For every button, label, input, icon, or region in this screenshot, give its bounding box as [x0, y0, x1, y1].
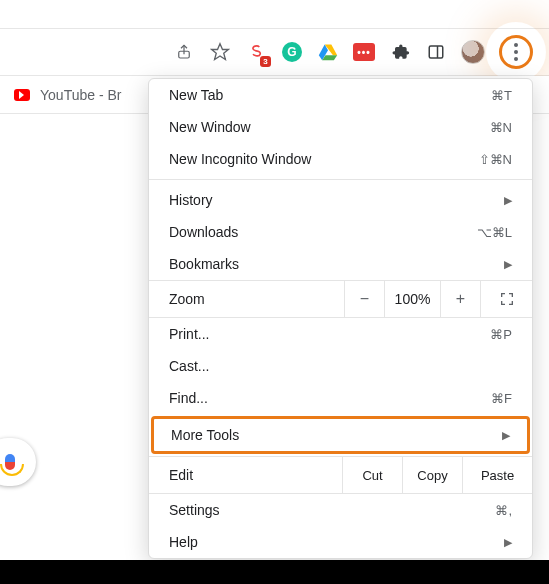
edit-cut-button[interactable]: Cut [342, 457, 402, 493]
menu-item-shortcut: ⌘N [490, 120, 512, 135]
svg-rect-5 [429, 46, 443, 58]
chevron-right-icon: ▶ [504, 536, 512, 549]
chevron-right-icon: ▶ [504, 258, 512, 271]
menu-item-shortcut: ⌘, [495, 503, 512, 518]
menu-item-label: Cast... [169, 358, 512, 374]
chevron-right-icon: ▶ [504, 194, 512, 207]
menu-history[interactable]: History ▶ [149, 184, 532, 216]
microphone-icon [5, 454, 15, 470]
extension-drive-icon[interactable] [317, 41, 339, 63]
fullscreen-icon [499, 291, 515, 307]
menu-edit-row: Edit Cut Copy Paste [149, 456, 532, 494]
menu-downloads[interactable]: Downloads ⌥⌘L [149, 216, 532, 248]
menu-item-shortcut: ⌘P [490, 327, 512, 342]
kebab-icon [514, 43, 518, 61]
menu-item-label: Downloads [169, 224, 477, 240]
menu-help[interactable]: Help ▶ [149, 526, 532, 558]
menu-new-window[interactable]: New Window ⌘N [149, 111, 532, 143]
menu-zoom-row: Zoom − 100% + [149, 280, 532, 318]
edit-copy-button[interactable]: Copy [402, 457, 462, 493]
menu-separator [149, 179, 532, 180]
bookmark-item[interactable]: YouTube - Br [40, 87, 121, 103]
menu-item-label: Find... [169, 390, 491, 406]
extension-badge: 3 [260, 56, 271, 67]
browser-toolbar: 3 G ••• [0, 28, 549, 76]
extension-grammarly-icon[interactable]: G [281, 41, 303, 63]
menu-more-tools[interactable]: More Tools ▶ [151, 416, 530, 454]
extension-lastpass-icon[interactable]: ••• [353, 41, 375, 63]
zoom-value: 100% [384, 281, 440, 317]
bookmark-star-icon[interactable] [209, 41, 231, 63]
menu-new-incognito[interactable]: New Incognito Window ⇧⌘N [149, 143, 532, 175]
share-icon[interactable] [173, 41, 195, 63]
menu-item-shortcut: ⌥⌘L [477, 225, 512, 240]
menu-print[interactable]: Print... ⌘P [149, 318, 532, 350]
chrome-menu: New Tab ⌘T New Window ⌘N New Incognito W… [148, 78, 533, 559]
svg-marker-1 [212, 44, 229, 60]
menu-item-label: Help [169, 534, 504, 550]
menu-new-tab[interactable]: New Tab ⌘T [149, 79, 532, 111]
extensions-icon[interactable] [389, 41, 411, 63]
menu-item-label: History [169, 192, 504, 208]
menu-item-label: New Incognito Window [169, 151, 479, 167]
menu-item-shortcut: ⌘T [491, 88, 512, 103]
fullscreen-button[interactable] [480, 281, 532, 317]
chrome-menu-button[interactable] [499, 35, 533, 69]
menu-item-label: New Window [169, 119, 490, 135]
menu-zoom-label: Zoom [149, 281, 344, 317]
menu-find[interactable]: Find... ⌘F [149, 382, 532, 414]
edit-paste-button[interactable]: Paste [462, 457, 532, 493]
profile-avatar[interactable] [461, 40, 485, 64]
menu-edit-label: Edit [149, 457, 342, 493]
menu-item-label: More Tools [171, 427, 502, 443]
youtube-icon [14, 89, 30, 101]
menu-item-label: New Tab [169, 87, 491, 103]
menu-item-label: Print... [169, 326, 490, 342]
zoom-out-button[interactable]: − [344, 281, 384, 317]
menu-cast[interactable]: Cast... [149, 350, 532, 382]
voice-search-button[interactable] [0, 438, 36, 486]
side-panel-icon[interactable] [425, 41, 447, 63]
menu-item-shortcut: ⌘F [491, 391, 512, 406]
menu-item-shortcut: ⇧⌘N [479, 152, 512, 167]
menu-settings[interactable]: Settings ⌘, [149, 494, 532, 526]
bottom-bar [0, 560, 549, 584]
zoom-in-button[interactable]: + [440, 281, 480, 317]
menu-item-label: Settings [169, 502, 495, 518]
menu-item-label: Bookmarks [169, 256, 504, 272]
chevron-right-icon: ▶ [502, 429, 510, 442]
extension-s-icon[interactable]: 3 [245, 41, 267, 63]
menu-bookmarks[interactable]: Bookmarks ▶ [149, 248, 532, 280]
